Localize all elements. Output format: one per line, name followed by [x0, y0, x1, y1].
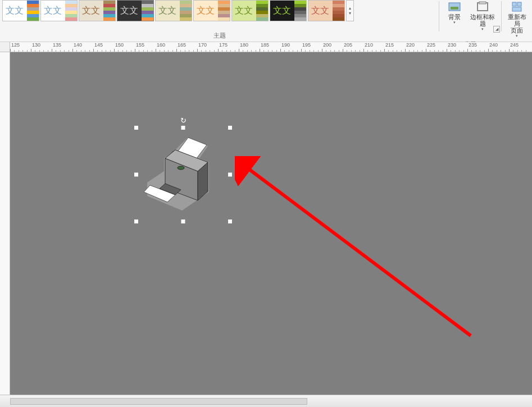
theme-thumbnail[interactable]: 文文 — [79, 0, 116, 21]
relayout-icon — [510, 1, 524, 12]
ruler-corner — [0, 42, 10, 52]
background-group: 背景 ▾ 边框和标题 ▾ 背景 ◢ — [439, 0, 501, 42]
canvas[interactable]: ↻ — [10, 52, 532, 395]
themes-group: 文文文文文文文文文文文文文文文文文文▴▾ 主题 — [0, 0, 439, 42]
dialog-launcher[interactable]: ◢ — [493, 26, 500, 33]
svg-rect-4 — [512, 2, 516, 6]
relayout-page-button[interactable]: 重新布局 页面 ▾ — [505, 0, 529, 39]
resize-handle[interactable] — [228, 173, 232, 177]
themes-group-label: 主题 — [0, 24, 439, 40]
workspace: ↻ — [0, 52, 532, 395]
resize-handle[interactable] — [181, 219, 185, 223]
theme-gallery-more-button[interactable]: ▴▾ — [346, 0, 354, 21]
theme-thumbnail[interactable]: 文文 — [270, 0, 307, 21]
layout-group: 重新布局 页面 ▾ 版式 — [502, 0, 532, 42]
resize-handle[interactable] — [181, 126, 185, 130]
theme-thumbnail[interactable]: 文文 — [193, 0, 230, 21]
resize-handle[interactable] — [228, 219, 232, 223]
svg-rect-3 — [479, 2, 486, 4]
theme-thumbnail[interactable]: 文文 — [117, 0, 154, 21]
horizontal-scrollbar[interactable] — [10, 398, 307, 405]
resize-handle[interactable] — [134, 219, 138, 223]
theme-thumbnail[interactable]: 文文 — [308, 0, 345, 21]
border-title-icon — [476, 1, 489, 12]
svg-rect-1 — [451, 7, 458, 10]
theme-thumbnail[interactable]: 文文 — [155, 0, 192, 21]
resize-handle[interactable] — [228, 126, 232, 130]
annotation-arrow-icon — [235, 156, 482, 341]
background-button[interactable]: 背景 ▾ — [443, 0, 466, 33]
status-bar — [0, 395, 532, 407]
theme-gallery: 文文文文文文文文文文文文文文文文文文▴▾ — [0, 0, 439, 24]
chevron-down-icon: ▾ — [481, 27, 484, 31]
svg-rect-5 — [517, 2, 521, 6]
resize-handle[interactable] — [134, 126, 138, 130]
selected-object[interactable]: ↻ — [136, 127, 230, 222]
background-icon — [448, 1, 461, 12]
svg-rect-6 — [512, 7, 521, 11]
horizontal-ruler: 1251301351401451501551601651701751801851… — [0, 42, 532, 52]
theme-thumbnail[interactable]: 文文 — [231, 0, 269, 21]
printer-clipart-icon[interactable] — [136, 127, 230, 222]
svg-point-12 — [178, 166, 184, 170]
resize-handle[interactable] — [134, 173, 138, 177]
vertical-ruler — [0, 52, 10, 395]
theme-thumbnail[interactable]: 文文 — [40, 0, 78, 21]
ribbon: 文文文文文文文文文文文文文文文文文文▴▾ 主题 背景 ▾ 边框和标题 ▾ 背景 … — [0, 0, 532, 42]
chevron-down-icon: ▾ — [453, 20, 456, 25]
theme-thumbnail[interactable]: 文文 — [2, 0, 39, 21]
svg-line-16 — [245, 166, 471, 336]
rotation-handle-icon[interactable]: ↻ — [180, 116, 187, 125]
chevron-down-icon: ▾ — [516, 34, 518, 38]
